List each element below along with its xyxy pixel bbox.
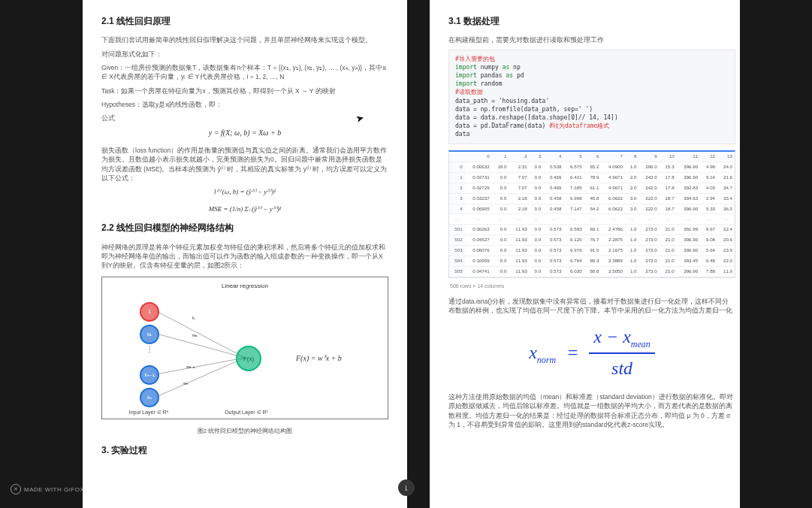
loss-paragraph: 损失函数（loss function）的作用是衡量的预测值与真实值之间的距离。通… <box>101 146 388 183</box>
gifox-label: MADE WITH GIFOX <box>24 486 84 493</box>
formula-label: 公式 <box>101 113 388 122</box>
table-row: 00.0063218.02.310.00.5386.57565.24.09001… <box>449 162 735 172</box>
formula-loss-1: l⁽ⁱ⁾ (ω, b) = (ŷ⁽ⁱ⁾ − y⁽ⁱ⁾)² <box>101 187 388 197</box>
table-row: 20.027290.07.070.00.4697.18561.14.96712.… <box>449 183 735 193</box>
code-block: #导入需要的包 import numpy as np import pandas… <box>448 50 735 144</box>
given-line: Given：一组房价预测的数据集T，该数据集有n个样本：T = {(x₁, y₁… <box>101 63 388 82</box>
document-viewport: 2.1 线性回归原理 下面我们尝试用最简单的线性回归假理解决这个问题，并且单层神… <box>71 0 740 508</box>
weight-w1: w₁ <box>192 332 197 339</box>
table-row: 5050.047410.011.930.00.5736.03080.82.505… <box>449 267 735 277</box>
paragraph: 这种方法使用原始数据的均值（mean）和标准差（standard deviati… <box>448 392 735 429</box>
page-right: 3.1 数据处理 在构建模型前，需要先对数据进行读取和预处理工作 #导入需要的包… <box>430 0 740 508</box>
table-row: 30.032370.02.180.00.4586.99845.86.06223.… <box>449 193 735 204</box>
svg-line-1 <box>156 334 245 358</box>
nn-paragraph: 神经网络的原理是将单个特征元素加权变与特征值的乘积求和，然后将多个特征元的值加权… <box>101 243 388 271</box>
task-line: Task：如果一个房屋在特征向量为x，预测其价格，即得到一个从 X → Y 的映… <box>101 86 388 95</box>
heading-3: 3. 实验过程 <box>101 444 388 457</box>
table-footer: 506 rows × 14 columns <box>450 283 735 290</box>
scroll-down-button[interactable]: ↓ <box>398 479 415 496</box>
heading-2-1: 2.1 线性回归原理 <box>101 15 388 28</box>
heading-2-2: 2.2 线性回归模型的神经网络结构 <box>101 222 388 234</box>
weight-b: b <box>192 315 195 322</box>
formula-main: y = f(X; ω, b) = Xω + b <box>101 128 388 139</box>
table-row: 40.069050.02.180.00.4587.14754.26.06223.… <box>449 204 735 214</box>
table-row: 5030.060760.011.930.00.5736.97691.02.167… <box>449 246 735 256</box>
paragraph: 通过data.isna()分析，发现数据集中没有异常值，接着对于数据集进行归一化… <box>448 297 735 316</box>
page-left: 2.1 线性回归原理 下面我们尝试用最简单的线性回归假理解决这个问题，并且单层神… <box>83 0 407 508</box>
svg-line-0 <box>156 311 245 358</box>
figure-nn: Linear regression 1 x₁ ⋮ xₙ₋₁ xₙ F(x) b … <box>101 277 388 419</box>
formula-loss-2: MSE = (1/n) Σᵢ (ŷ⁽ⁱ⁾ − y⁽ⁱ⁾)² <box>101 204 388 214</box>
table-row: 5010.062630.011.930.00.5736.59369.12.478… <box>449 225 735 235</box>
fx-equation: F(x) = wᵀx + b <box>296 353 342 364</box>
svg-line-3 <box>156 358 245 397</box>
output-layer-label: Output Layer ∈ R¹ <box>209 409 284 416</box>
table-row: 5040.109590.011.930.00.5736.79489.32.388… <box>449 256 735 267</box>
weight-wn1: wₙ₋₁ <box>186 364 195 370</box>
heading-3-1: 3.1 数据处理 <box>448 15 735 28</box>
weight-wn: wₙ <box>183 380 188 387</box>
figure-title: Linear regression <box>102 282 388 291</box>
chevron-down-icon: ↓ <box>404 482 409 493</box>
data-table: 01234567891011121300.0063218.02.310.00.5… <box>448 150 735 279</box>
paragraph: 在构建模型前，需要先对数据进行读取和预处理工作 <box>448 35 735 44</box>
nn-diagram: 1 x₁ ⋮ xₙ₋₁ xₙ F(x) b w₁ wₙ₋₁ wₙ F(x) = … <box>102 290 388 431</box>
input-layer-label: Input Layer ∈ Rⁿ <box>111 409 186 416</box>
paragraph: 对问题形式化如下： <box>101 50 388 59</box>
svg-line-2 <box>156 358 245 374</box>
gifox-logo-icon: ✕ <box>11 484 21 494</box>
node-dots: ⋮ <box>146 344 153 355</box>
gifox-watermark: ✕ MADE WITH GIFOX <box>11 484 84 494</box>
paragraph: 下面我们尝试用最简单的线性回归假理解决这个问题，并且单层神经网络来实现这个模型。 <box>101 35 388 44</box>
hypo-line: Hypotheses：选取y是x的线性函数，即： <box>101 100 388 109</box>
normalization-formula: xnorm = x − xmean std <box>448 324 735 382</box>
table-row: 5020.045270.011.930.00.5736.12076.72.287… <box>449 235 735 246</box>
table-row: 10.027310.07.070.00.4696.42178.94.96712.… <box>449 172 735 183</box>
